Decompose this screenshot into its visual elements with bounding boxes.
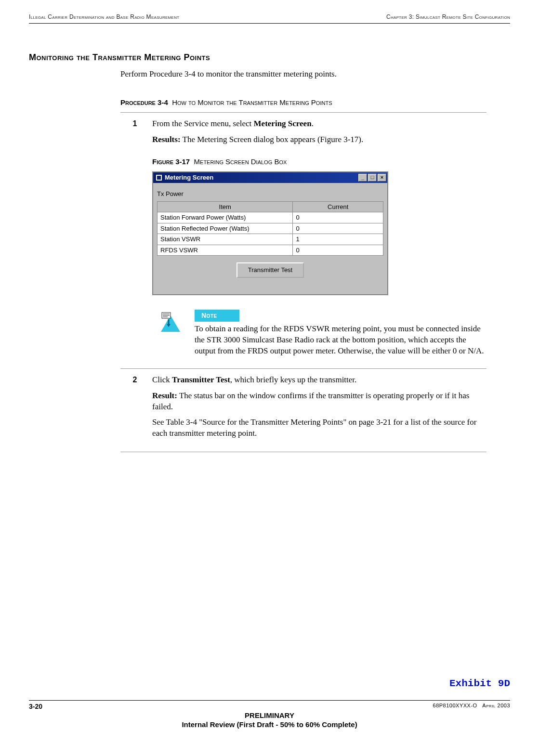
dialog-title: Metering Screen [165, 173, 358, 182]
col-item-header: Item [158, 201, 293, 212]
page-footer: 3-20 68P8100XYXX-O April 2003 PRELIMINAR… [29, 700, 510, 729]
note-content: Note To obtain a reading for the RFDS VS… [195, 310, 486, 357]
procedure-step: 1 From the Service menu, select Metering… [120, 112, 486, 368]
procedure-name: How to Monitor the Transmitter Metering … [172, 98, 332, 106]
metering-screen-dialog: Metering Screen _ □ × Tx Power [152, 171, 388, 295]
step-extra-text: See Table 3-4 "Source for the Transmitte… [152, 417, 486, 439]
note-badge: Note [195, 310, 239, 322]
col-current-header: Current [293, 201, 383, 212]
step-text-suffix: , which briefly keys up the transmitter. [230, 375, 357, 384]
figure-name: Metering Screen Dialog Box [194, 157, 287, 166]
menu-item-metering-screen: Metering Screen [254, 119, 312, 128]
footer-review-note: Internal Review (First Draft - 50% to 60… [29, 720, 510, 729]
svg-rect-1 [157, 176, 161, 180]
exhibit-label: Exhibit 9D [449, 678, 510, 689]
current-cell: 1 [293, 234, 383, 245]
table-row: RFDS VSWR 0 [158, 245, 383, 256]
item-cell: RFDS VSWR [158, 245, 293, 256]
footer-preliminary: PRELIMINARY [29, 711, 510, 719]
procedure-label: Procedure 3-4 [120, 98, 168, 106]
dialog-titlebar: Metering Screen _ □ × [153, 172, 387, 183]
results-label: Result: [152, 391, 177, 400]
step-number: 2 [120, 375, 149, 444]
intro-paragraph: Perform Procedure 3-4 to monitor the tra… [120, 69, 486, 79]
note-text: To obtain a reading for the RFDS VSWR me… [195, 324, 486, 357]
figure-title: Figure 3-17 Metering Screen Dialog Box [152, 157, 486, 167]
procedure-step: 2 Click Transmitter Test, which briefly … [120, 368, 486, 453]
step-body: From the Service menu, select Metering S… [152, 118, 486, 361]
current-cell: 0 [293, 223, 383, 234]
maximize-button[interactable]: □ [368, 174, 377, 182]
table-row: Station Reflected Power (Watts) 0 [158, 223, 383, 234]
doc-number: 68P8100XYXX-O [433, 703, 477, 708]
step-text-prefix: From the Service menu, select [152, 119, 254, 128]
table-row: Station VSWR 1 [158, 234, 383, 245]
header-left: Illegal Carrier Determination and Base R… [29, 13, 179, 20]
page-header: Illegal Carrier Determination and Base R… [29, 13, 510, 24]
table-row: Station Forward Power (Watts) 0 [158, 212, 383, 223]
current-cell: 0 [293, 245, 383, 256]
note-icon-cell [152, 310, 189, 334]
item-cell: Station Reflected Power (Watts) [158, 223, 293, 234]
note-block: Note To obtain a reading for the RFDS VS… [152, 310, 486, 357]
close-button[interactable]: × [378, 174, 386, 182]
results-label: Results: [152, 135, 181, 144]
results-text: The status bar on the window confirms if… [152, 391, 469, 411]
page-number: 3-20 [29, 703, 42, 710]
section-heading: Monitoring the Transmitter Metering Poin… [29, 52, 510, 63]
dialog-body: Tx Power Item Current [153, 183, 387, 294]
step-text-suffix: . [312, 119, 314, 128]
procedure-title: Procedure 3-4 How to Monitor the Transmi… [120, 98, 486, 106]
metering-table: Item Current Station Forward Power (Watt… [157, 201, 383, 256]
item-cell: Station VSWR [158, 234, 293, 245]
window-buttons: _ □ × [358, 174, 386, 182]
figure-label: Figure 3-17 [152, 157, 190, 166]
button-ref-transmitter-test: Transmitter Test [172, 375, 230, 384]
step-text-prefix: Click [152, 375, 172, 384]
results-text: The Metering Screen dialog box appears (… [181, 135, 364, 144]
footer-top-row: 3-20 68P8100XYXX-O April 2003 [29, 700, 510, 710]
step-body: Click Transmitter Test, which briefly ke… [152, 375, 486, 444]
content-block: Perform Procedure 3-4 to monitor the tra… [120, 69, 486, 452]
item-cell: Station Forward Power (Watts) [158, 212, 293, 223]
transmitter-test-button[interactable]: Transmitter Test [237, 262, 304, 278]
current-cell: 0 [293, 212, 383, 223]
button-row: Transmitter Test [157, 256, 383, 281]
header-right: Chapter 3: Simulcast Remote Site Configu… [386, 13, 510, 20]
app-icon [155, 174, 163, 182]
tx-power-label: Tx Power [157, 190, 383, 198]
step-number: 1 [120, 118, 149, 361]
note-icon [159, 311, 182, 334]
doc-date: April 2003 [482, 703, 510, 708]
doc-id: 68P8100XYXX-O April 2003 [433, 703, 510, 710]
page: Illegal Carrier Determination and Base R… [0, 0, 539, 756]
minimize-button[interactable]: _ [358, 174, 367, 182]
